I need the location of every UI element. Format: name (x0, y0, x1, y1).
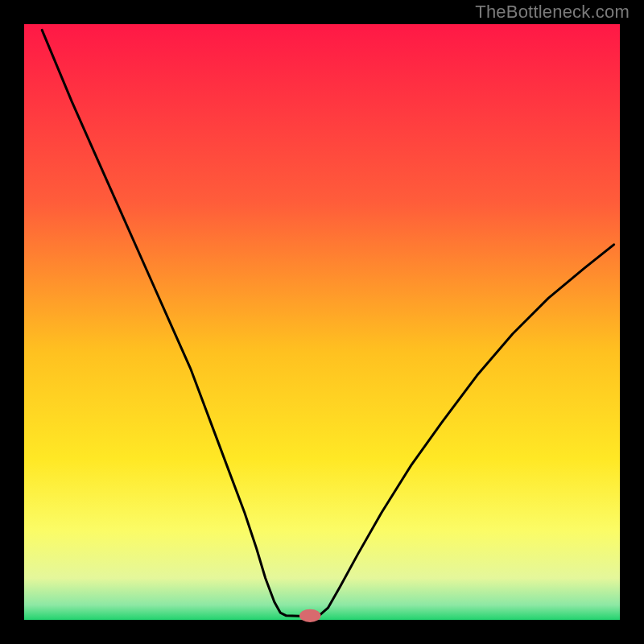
chart-container: TheBottleneck.com (0, 0, 644, 644)
bottleneck-chart (0, 0, 644, 644)
plot-area (24, 24, 620, 620)
watermark-label: TheBottleneck.com (475, 2, 630, 23)
optimum-marker (299, 609, 321, 622)
